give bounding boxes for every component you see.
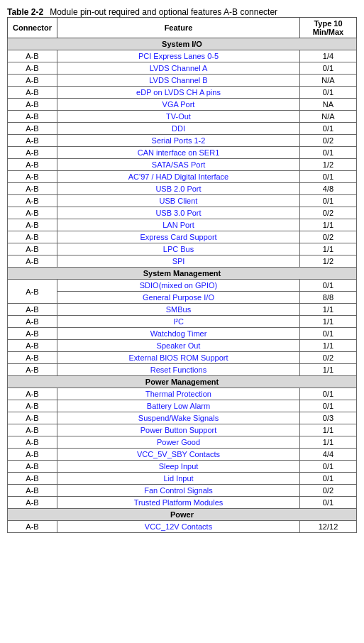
- value-cell: 0/1: [300, 123, 357, 135]
- value-cell: 0/1: [300, 461, 357, 473]
- connector-cell: A-B: [8, 412, 57, 424]
- table-row: A-BSMBus1/1: [8, 304, 357, 316]
- feature-cell: Fan Control Signals: [57, 485, 300, 497]
- feature-cell: PCI Express Lanes 0-5: [57, 50, 300, 62]
- feature-cell: Battery Low Alarm: [57, 400, 300, 412]
- connector-cell: A-B: [8, 75, 57, 87]
- connector-cell: A-B: [8, 424, 57, 436]
- table-row: A-BLVDS Channel BN/A: [8, 75, 357, 87]
- connector-cell: A-B: [8, 461, 57, 473]
- connector-cell: A-B: [8, 340, 57, 352]
- value-cell: 0/2: [300, 207, 357, 219]
- table-row: A-BLAN Port1/1: [8, 219, 357, 231]
- connector-cell: A-B: [8, 497, 57, 509]
- value-cell: 1/1: [300, 219, 357, 231]
- section-header-row: System Management: [8, 268, 357, 280]
- feature-cell: USB 2.0 Port: [57, 183, 300, 195]
- table-row: A-BThermal Protection0/1: [8, 388, 357, 400]
- table-row: A-BSleep Input0/1: [8, 461, 357, 473]
- value-cell: N/A: [300, 75, 357, 87]
- connector-cell: A-B: [8, 255, 57, 268]
- feature-cell: Suspend/Wake Signals: [57, 412, 300, 424]
- feature-cell: VCC_12V Contacts: [57, 521, 300, 533]
- feature-cell: Lid Input: [57, 473, 300, 485]
- feature-cell: LPC Bus: [57, 243, 300, 255]
- table-row: A-BCAN interface on SER10/1: [8, 147, 357, 159]
- value-cell: 0/2: [300, 231, 357, 243]
- value-cell: N/A: [300, 111, 357, 123]
- table-row: A-BSATA/SAS Port1/2: [8, 159, 357, 171]
- table-row: A-BVCC_5V_SBY Contacts4/4: [8, 449, 357, 461]
- table-row: A-BSpeaker Out1/1: [8, 340, 357, 352]
- value-cell: 0/1: [300, 497, 357, 509]
- table-row: A-BVGA PortNA: [8, 99, 357, 111]
- value-cell: 1/1: [300, 340, 357, 352]
- connector-cell: A-B: [8, 99, 57, 111]
- connector-cell: A-B: [8, 171, 57, 183]
- section-header-label: Power Management: [8, 376, 357, 388]
- connector-cell: A-B: [8, 50, 57, 62]
- connector-cell: A-B: [8, 521, 57, 533]
- connector-cell: A-B: [8, 195, 57, 207]
- value-cell: 0/1: [300, 147, 357, 159]
- table-row: A-BReset Functions1/1: [8, 364, 357, 376]
- table-row: A-BSerial Ports 1-20/2: [8, 135, 357, 147]
- value-cell: NA: [300, 99, 357, 111]
- feature-cell: AC'97 / HAD Digital Interface: [57, 171, 300, 183]
- feature-cell: Watchdog Timer: [57, 328, 300, 340]
- connector-cell: A-B: [8, 304, 57, 316]
- table-row: A-BPCI Express Lanes 0-51/4: [8, 50, 357, 62]
- value-cell: 0/1: [300, 328, 357, 340]
- value-cell: 4/8: [300, 183, 357, 195]
- value-cell: 0/1: [300, 195, 357, 207]
- value-cell: 0/1: [300, 388, 357, 400]
- connector-cell: A-B: [8, 87, 57, 99]
- section-header-row: Power: [8, 509, 357, 521]
- table-row: A-BUSB 2.0 Port4/8: [8, 183, 357, 195]
- table-row: A-BBattery Low Alarm0/1: [8, 400, 357, 412]
- connector-cell: A-B: [8, 352, 57, 364]
- connector-cell: A-B: [8, 328, 57, 340]
- connector-cell: A-B: [8, 400, 57, 412]
- value-cell: 0/2: [300, 135, 357, 147]
- value-cell: 0/1: [300, 62, 357, 75]
- header-connector: Connector: [8, 18, 57, 38]
- feature-cell: DDI: [57, 123, 300, 135]
- section-header-row: Power Management: [8, 376, 357, 388]
- feature-cell: SDIO(mixed on GPIO): [57, 280, 300, 292]
- table-row: A-BLid Input0/1: [8, 473, 357, 485]
- table-row: A-BUSB 3.0 Port0/2: [8, 207, 357, 219]
- table-row: A-BeDP on LVDS CH A pins0/1: [8, 87, 357, 99]
- feature-cell: SPI: [57, 255, 300, 268]
- feature-cell: Power Good: [57, 436, 300, 449]
- value-cell: 0/1: [300, 171, 357, 183]
- value-cell: 1/1: [300, 436, 357, 449]
- feature-cell: SATA/SAS Port: [57, 159, 300, 171]
- value-cell: 1/1: [300, 304, 357, 316]
- value-cell: 1/4: [300, 50, 357, 62]
- connector-cell: A-B: [8, 207, 57, 219]
- value-cell: 1/1: [300, 243, 357, 255]
- table-row: A-BExpress Card Support0/2: [8, 231, 357, 243]
- value-cell: 0/3: [300, 412, 357, 424]
- table-row: A-BPower Button Support1/1: [8, 424, 357, 436]
- table-row: A-BVCC_12V Contacts12/12: [8, 521, 357, 533]
- feature-cell: eDP on LVDS CH A pins: [57, 87, 300, 99]
- table-row: A-BWatchdog Timer0/1: [8, 328, 357, 340]
- connector-cell: A-B: [8, 316, 57, 328]
- value-cell: 0/1: [300, 87, 357, 99]
- table-row: A-BLPC Bus1/1: [8, 243, 357, 255]
- feature-cell: USB Client: [57, 195, 300, 207]
- feature-cell: Sleep Input: [57, 461, 300, 473]
- feature-cell: Power Button Support: [57, 424, 300, 436]
- table-row: General Purpose I/O8/8: [8, 292, 357, 304]
- feature-cell: Serial Ports 1-2: [57, 135, 300, 147]
- connector-cell: A-B: [8, 473, 57, 485]
- feature-cell: Express Card Support: [57, 231, 300, 243]
- connector-cell: A-B: [8, 135, 57, 147]
- section-header-row: System I/O: [8, 38, 357, 50]
- connector-cell: A-B: [8, 62, 57, 75]
- feature-cell: Thermal Protection: [57, 388, 300, 400]
- connector-cell: A-B: [8, 231, 57, 243]
- connector-cell: A-B: [8, 449, 57, 461]
